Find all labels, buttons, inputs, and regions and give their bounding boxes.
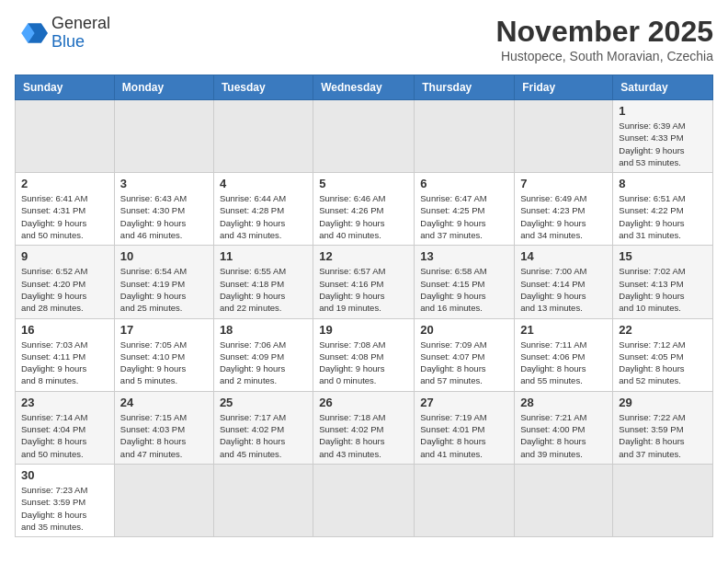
day-info: Sunrise: 6:55 AM Sunset: 4:18 PM Dayligh… xyxy=(220,265,307,314)
day-number: 28 xyxy=(520,396,607,409)
logo-icon xyxy=(15,17,48,50)
day-info: Sunrise: 7:06 AM Sunset: 4:09 PM Dayligh… xyxy=(220,339,307,387)
day-number: 29 xyxy=(619,396,707,409)
calendar-cell: 28Sunrise: 7:21 AM Sunset: 4:00 PM Dayli… xyxy=(515,391,613,464)
day-info: Sunrise: 7:21 AM Sunset: 4:00 PM Dayligh… xyxy=(520,411,607,460)
day-info: Sunrise: 7:14 AM Sunset: 4:04 PM Dayligh… xyxy=(21,411,108,460)
weekday-header-thursday: Thursday xyxy=(415,75,515,100)
day-number: 6 xyxy=(420,177,508,190)
day-number: 11 xyxy=(220,249,307,263)
day-info: Sunrise: 7:11 AM Sunset: 4:06 PM Dayligh… xyxy=(520,339,607,387)
calendar-week-4: 16Sunrise: 7:03 AM Sunset: 4:11 PM Dayli… xyxy=(16,318,713,391)
calendar-cell: 21Sunrise: 7:11 AM Sunset: 4:06 PM Dayli… xyxy=(515,318,613,391)
calendar-cell: 17Sunrise: 7:05 AM Sunset: 4:10 PM Dayli… xyxy=(114,318,213,391)
calendar-cell: 1Sunrise: 6:39 AM Sunset: 4:33 PM Daylig… xyxy=(613,100,713,173)
day-number: 25 xyxy=(220,396,307,409)
calendar-cell: 5Sunrise: 6:46 AM Sunset: 4:26 PM Daylig… xyxy=(313,173,415,246)
calendar-cell: 8Sunrise: 6:51 AM Sunset: 4:22 PM Daylig… xyxy=(613,173,713,246)
location: Hustopece, South Moravian, Czechia xyxy=(495,49,713,63)
day-number: 24 xyxy=(120,396,208,409)
day-info: Sunrise: 6:43 AM Sunset: 4:30 PM Dayligh… xyxy=(120,192,208,241)
day-number: 23 xyxy=(21,396,108,409)
calendar-cell: 11Sunrise: 6:55 AM Sunset: 4:18 PM Dayli… xyxy=(213,246,313,318)
calendar-cell: 16Sunrise: 7:03 AM Sunset: 4:11 PM Dayli… xyxy=(16,318,115,391)
calendar-cell xyxy=(213,464,313,536)
weekday-header-tuesday: Tuesday xyxy=(213,75,313,100)
calendar-cell: 24Sunrise: 7:15 AM Sunset: 4:03 PM Dayli… xyxy=(114,391,213,464)
day-number: 1 xyxy=(619,104,707,118)
calendar-cell: 10Sunrise: 6:54 AM Sunset: 4:19 PM Dayli… xyxy=(114,246,213,318)
day-number: 14 xyxy=(520,249,607,263)
day-info: Sunrise: 7:23 AM Sunset: 3:59 PM Dayligh… xyxy=(21,484,108,533)
day-info: Sunrise: 7:03 AM Sunset: 4:11 PM Dayligh… xyxy=(21,339,108,387)
day-info: Sunrise: 6:58 AM Sunset: 4:15 PM Dayligh… xyxy=(420,265,508,314)
page-header: General Blue November 2025 Hustopece, So… xyxy=(15,15,713,63)
calendar-cell xyxy=(515,464,613,536)
calendar: SundayMondayTuesdayWednesdayThursdayFrid… xyxy=(15,75,713,537)
calendar-cell xyxy=(313,100,415,173)
calendar-cell: 14Sunrise: 7:00 AM Sunset: 4:14 PM Dayli… xyxy=(515,246,613,318)
month-title: November 2025 xyxy=(495,15,713,49)
day-number: 18 xyxy=(220,323,307,337)
calendar-cell: 15Sunrise: 7:02 AM Sunset: 4:13 PM Dayli… xyxy=(613,246,713,318)
day-number: 3 xyxy=(120,177,208,190)
calendar-cell: 19Sunrise: 7:08 AM Sunset: 4:08 PM Dayli… xyxy=(313,318,415,391)
calendar-cell: 25Sunrise: 7:17 AM Sunset: 4:02 PM Dayli… xyxy=(213,391,313,464)
calendar-cell: 6Sunrise: 6:47 AM Sunset: 4:25 PM Daylig… xyxy=(415,173,515,246)
day-number: 4 xyxy=(220,177,307,190)
calendar-cell: 2Sunrise: 6:41 AM Sunset: 4:31 PM Daylig… xyxy=(16,173,115,246)
logo-line1: General xyxy=(51,15,110,33)
day-info: Sunrise: 7:15 AM Sunset: 4:03 PM Dayligh… xyxy=(120,411,208,460)
calendar-cell: 9Sunrise: 6:52 AM Sunset: 4:20 PM Daylig… xyxy=(16,246,115,318)
logo-text: General Blue xyxy=(51,15,110,52)
day-info: Sunrise: 6:57 AM Sunset: 4:16 PM Dayligh… xyxy=(319,265,408,314)
day-info: Sunrise: 7:18 AM Sunset: 4:02 PM Dayligh… xyxy=(319,411,408,460)
day-number: 30 xyxy=(21,468,108,482)
day-info: Sunrise: 7:17 AM Sunset: 4:02 PM Dayligh… xyxy=(220,411,307,460)
day-info: Sunrise: 7:05 AM Sunset: 4:10 PM Dayligh… xyxy=(120,339,208,387)
weekday-header-friday: Friday xyxy=(515,75,613,100)
day-info: Sunrise: 7:09 AM Sunset: 4:07 PM Dayligh… xyxy=(420,339,508,387)
day-number: 27 xyxy=(420,396,508,409)
weekday-header-row: SundayMondayTuesdayWednesdayThursdayFrid… xyxy=(16,75,713,100)
day-info: Sunrise: 7:19 AM Sunset: 4:01 PM Dayligh… xyxy=(420,411,508,460)
weekday-header-monday: Monday xyxy=(114,75,213,100)
day-info: Sunrise: 6:41 AM Sunset: 4:31 PM Dayligh… xyxy=(21,192,108,241)
day-number: 9 xyxy=(21,249,108,263)
day-info: Sunrise: 7:02 AM Sunset: 4:13 PM Dayligh… xyxy=(619,265,707,314)
calendar-cell xyxy=(415,100,515,173)
day-number: 7 xyxy=(520,177,607,190)
calendar-cell: 27Sunrise: 7:19 AM Sunset: 4:01 PM Dayli… xyxy=(415,391,515,464)
day-number: 16 xyxy=(21,323,108,337)
calendar-cell xyxy=(213,100,313,173)
day-number: 12 xyxy=(319,249,408,263)
title-block: November 2025 Hustopece, South Moravian,… xyxy=(495,15,713,63)
day-number: 10 xyxy=(120,249,208,263)
day-number: 22 xyxy=(619,323,707,337)
calendar-cell: 30Sunrise: 7:23 AM Sunset: 3:59 PM Dayli… xyxy=(16,464,115,536)
logo-line2: Blue xyxy=(51,33,110,52)
day-number: 19 xyxy=(319,323,408,337)
calendar-cell: 7Sunrise: 6:49 AM Sunset: 4:23 PM Daylig… xyxy=(515,173,613,246)
day-number: 26 xyxy=(319,396,408,409)
day-number: 13 xyxy=(420,249,508,263)
calendar-cell: 18Sunrise: 7:06 AM Sunset: 4:09 PM Dayli… xyxy=(213,318,313,391)
calendar-week-2: 2Sunrise: 6:41 AM Sunset: 4:31 PM Daylig… xyxy=(16,173,713,246)
weekday-header-sunday: Sunday xyxy=(16,75,115,100)
calendar-cell: 12Sunrise: 6:57 AM Sunset: 4:16 PM Dayli… xyxy=(313,246,415,318)
calendar-cell: 26Sunrise: 7:18 AM Sunset: 4:02 PM Dayli… xyxy=(313,391,415,464)
calendar-cell: 22Sunrise: 7:12 AM Sunset: 4:05 PM Dayli… xyxy=(613,318,713,391)
calendar-cell xyxy=(415,464,515,536)
calendar-week-5: 23Sunrise: 7:14 AM Sunset: 4:04 PM Dayli… xyxy=(16,391,713,464)
calendar-cell: 23Sunrise: 7:14 AM Sunset: 4:04 PM Dayli… xyxy=(16,391,115,464)
day-info: Sunrise: 6:49 AM Sunset: 4:23 PM Dayligh… xyxy=(520,192,607,241)
calendar-week-1: 1Sunrise: 6:39 AM Sunset: 4:33 PM Daylig… xyxy=(16,100,713,173)
day-info: Sunrise: 7:12 AM Sunset: 4:05 PM Dayligh… xyxy=(619,339,707,387)
day-info: Sunrise: 7:00 AM Sunset: 4:14 PM Dayligh… xyxy=(520,265,607,314)
calendar-cell: 13Sunrise: 6:58 AM Sunset: 4:15 PM Dayli… xyxy=(415,246,515,318)
calendar-cell xyxy=(515,100,613,173)
calendar-cell xyxy=(313,464,415,536)
day-info: Sunrise: 6:51 AM Sunset: 4:22 PM Dayligh… xyxy=(619,192,707,241)
calendar-cell: 4Sunrise: 6:44 AM Sunset: 4:28 PM Daylig… xyxy=(213,173,313,246)
logo: General Blue xyxy=(15,15,110,52)
